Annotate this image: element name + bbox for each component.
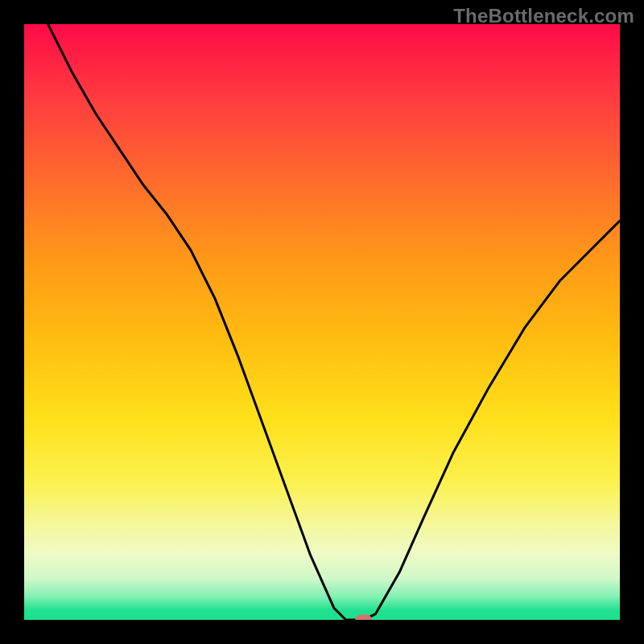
chart-frame: { "watermark": "TheBottleneck.com", "cha…	[0, 0, 644, 644]
bottleneck-curve	[48, 24, 620, 620]
optimal-point-marker	[356, 615, 372, 620]
watermark-text: TheBottleneck.com	[453, 5, 634, 27]
curve-layer	[24, 24, 620, 620]
plot-area	[24, 24, 620, 620]
